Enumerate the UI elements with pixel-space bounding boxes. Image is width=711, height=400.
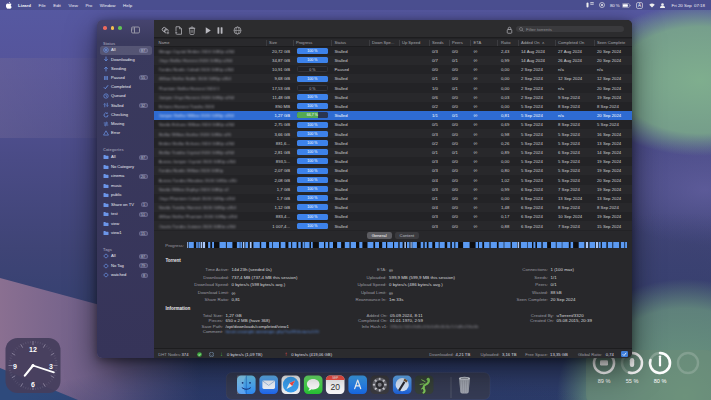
- svg-text:80 %: 80 %: [654, 378, 667, 384]
- svg-text:SEP: SEP: [332, 376, 338, 380]
- svg-text:3: 3: [49, 363, 53, 370]
- svg-text:9: 9: [13, 363, 17, 370]
- svg-text:55 %: 55 %: [626, 378, 639, 384]
- svg-text:89 %: 89 %: [598, 378, 611, 384]
- svg-text:20: 20: [330, 382, 340, 392]
- svg-text:A: A: [638, 3, 641, 8]
- svg-text:6: 6: [31, 381, 35, 388]
- svg-text:12: 12: [29, 346, 37, 353]
